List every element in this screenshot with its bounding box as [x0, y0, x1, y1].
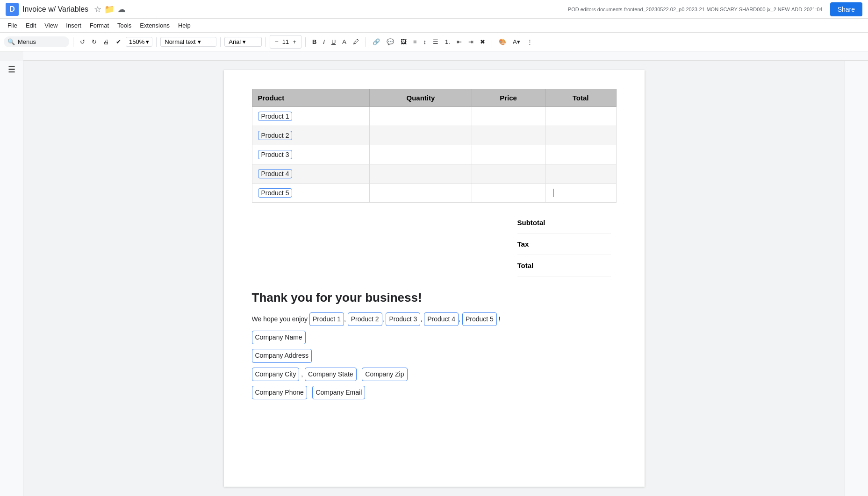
- table-row: Product 4: [252, 164, 616, 184]
- menu-edit[interactable]: Edit: [22, 20, 40, 31]
- row4-total[interactable]: [545, 164, 616, 184]
- row3-product: Product 3: [252, 145, 370, 164]
- extra-group: 🎨 A▾ ⋮: [496, 36, 536, 47]
- row2-total[interactable]: [545, 126, 616, 145]
- zoom-control[interactable]: 150% ▾: [126, 37, 152, 47]
- numbered-list-button[interactable]: 1.: [442, 36, 453, 47]
- menus-label: Menus: [18, 38, 36, 45]
- text-color-button[interactable]: A: [339, 36, 349, 47]
- highlight-color-button[interactable]: 🎨: [496, 36, 509, 47]
- product3-chip: Product 3: [258, 150, 293, 159]
- menu-help[interactable]: Help: [174, 20, 194, 31]
- menu-tools[interactable]: Tools: [114, 20, 135, 31]
- zoom-dropdown-icon: ▾: [146, 38, 149, 45]
- star-icon[interactable]: ☆: [94, 4, 101, 14]
- company-email-chip: Company Email: [312, 386, 365, 399]
- style-dropdown-icon: ▾: [198, 38, 201, 45]
- line1-suffix: !: [499, 315, 501, 323]
- italic-button[interactable]: I: [320, 36, 328, 47]
- menu-view[interactable]: View: [41, 20, 61, 31]
- row2-quantity[interactable]: [370, 126, 472, 145]
- text-color-2-button[interactable]: A▾: [510, 36, 523, 47]
- enjoy-product2: Product 2: [348, 312, 382, 326]
- row4-quantity[interactable]: [370, 164, 472, 184]
- row5-price[interactable]: [472, 184, 545, 203]
- document-title[interactable]: Invoice w/ Variables: [22, 5, 88, 14]
- font-family[interactable]: Arial ▾: [224, 37, 262, 47]
- row3-total[interactable]: [545, 145, 616, 164]
- print-button[interactable]: 🖨: [100, 36, 112, 47]
- menu-insert[interactable]: Insert: [62, 20, 85, 31]
- search-menus[interactable]: 🔍 Menus: [4, 36, 69, 47]
- comment-button[interactable]: 💬: [384, 36, 397, 47]
- cloud-icon[interactable]: ☁: [117, 4, 126, 14]
- history-group: ↺ ↻ 🖨 ✔: [77, 36, 124, 47]
- summary-area: Subtotal Tax Total: [252, 212, 617, 276]
- font-size-value: 11: [282, 38, 289, 45]
- outline-icon[interactable]: ☰: [8, 64, 15, 75]
- row2-price[interactable]: [472, 126, 545, 145]
- indent-increase-button[interactable]: ⇥: [466, 36, 476, 47]
- menu-extensions[interactable]: Extensions: [136, 20, 173, 31]
- col-header-product: Product: [252, 89, 370, 107]
- font-size-decrease[interactable]: −: [272, 36, 281, 47]
- redo-button[interactable]: ↻: [89, 36, 100, 47]
- company-location-line: Company City , Company State Company Zip: [252, 368, 617, 381]
- row3-price[interactable]: [472, 145, 545, 164]
- undo-button[interactable]: ↺: [77, 36, 88, 47]
- row3-quantity[interactable]: [370, 145, 472, 164]
- add-to-drive-icon[interactable]: 📁: [104, 4, 115, 14]
- row1-quantity[interactable]: [370, 107, 472, 126]
- table-row: Product 3: [252, 145, 616, 164]
- menu-bar: File Edit View Insert Format Tools Exten…: [0, 19, 868, 33]
- text-cursor: [553, 189, 553, 197]
- ruler-inner: [23, 51, 868, 60]
- row1-total[interactable]: [545, 107, 616, 126]
- indent-decrease-button[interactable]: ⇤: [454, 36, 465, 47]
- align-button[interactable]: ≡: [410, 36, 420, 47]
- table-row: Product 5: [252, 184, 616, 203]
- share-button[interactable]: Share: [830, 2, 862, 16]
- toolbar-divider-6: [366, 37, 366, 47]
- products-line: We hope you enjoy Product 1, Product 2, …: [252, 312, 617, 326]
- clear-format-button[interactable]: ✖: [477, 36, 488, 47]
- row1-price[interactable]: [472, 107, 545, 126]
- company-name-chip: Company Name: [252, 331, 306, 344]
- image-button[interactable]: 🖼: [398, 36, 409, 47]
- more-options-button[interactable]: ⋮: [524, 36, 536, 47]
- document-area[interactable]: Product Quantity Price Total Product 1: [23, 61, 845, 496]
- row5-total[interactable]: [545, 184, 616, 203]
- subtotal-row: Subtotal: [517, 212, 611, 234]
- font-size[interactable]: − 11 +: [270, 35, 301, 49]
- line-spacing-button[interactable]: ↕: [421, 36, 430, 47]
- total-label: Total: [517, 262, 534, 269]
- row2-product: Product 2: [252, 126, 370, 145]
- enjoy-product1: Product 1: [309, 312, 344, 326]
- total-row: Total: [517, 255, 611, 276]
- company-address-line: Company Address: [252, 349, 617, 362]
- highlight-button[interactable]: 🖊: [350, 36, 362, 47]
- bold-button[interactable]: B: [309, 36, 319, 47]
- left-sidebar: ☰: [0, 61, 23, 496]
- font-size-increase[interactable]: +: [290, 36, 299, 47]
- product4-chip: Product 4: [258, 169, 293, 178]
- underline-button[interactable]: U: [329, 36, 338, 47]
- toolbar: 🔍 Menus ↺ ↻ 🖨 ✔ 150% ▾ Normal text ▾ Ari…: [0, 33, 868, 51]
- col-header-price: Price: [472, 89, 545, 107]
- font-value: Arial: [229, 38, 241, 45]
- row5-quantity[interactable]: [370, 184, 472, 203]
- menu-format[interactable]: Format: [86, 20, 113, 31]
- paragraph-style[interactable]: Normal text ▾: [160, 37, 216, 47]
- spellcheck-button[interactable]: ✔: [113, 36, 124, 47]
- enjoy-product3: Product 3: [386, 312, 420, 326]
- link-button[interactable]: 🔗: [370, 36, 383, 47]
- document-page: Product Quantity Price Total Product 1: [224, 70, 645, 487]
- menu-file[interactable]: File: [4, 20, 21, 31]
- style-value: Normal text: [165, 38, 195, 45]
- list-button[interactable]: ☰: [430, 36, 441, 47]
- row4-price[interactable]: [472, 164, 545, 184]
- table-row: Product 2: [252, 126, 616, 145]
- subtotal-label: Subtotal: [517, 219, 545, 227]
- thankyou-heading: Thank you for your business!: [252, 291, 617, 305]
- enjoy-prefix: We hope you enjoy: [252, 315, 310, 323]
